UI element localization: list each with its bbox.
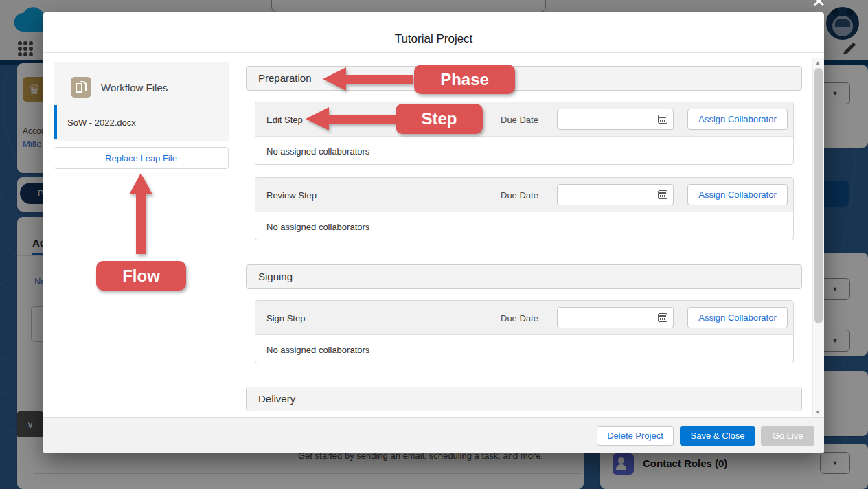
- file-icon: [71, 77, 91, 98]
- due-date-label: Due Date: [501, 115, 538, 125]
- calendar-icon[interactable]: [658, 313, 667, 322]
- scroll-down-icon[interactable]: ▼: [815, 409, 821, 416]
- no-collaborators-text: No assigned collaborators: [266, 345, 369, 355]
- step-card-review: Review Step Due Date Assign Collaborator…: [255, 177, 794, 240]
- scrollbar-thumb[interactable]: [814, 68, 823, 323]
- selected-file-indicator: [54, 105, 57, 139]
- replace-leap-file-button[interactable]: Replace Leap File: [54, 147, 229, 169]
- modal-scrollbar[interactable]: ▲ ▼: [812, 58, 824, 417]
- go-live-button[interactable]: Go Live: [761, 426, 814, 446]
- step-name: Edit Step: [266, 115, 303, 125]
- calendar-icon[interactable]: [658, 115, 667, 124]
- workflow-files-panel: Workflow Files SoW - 2022.docx: [54, 62, 229, 141]
- due-date-input[interactable]: [557, 307, 674, 328]
- annotation-arrow-flow: [129, 173, 152, 254]
- step-header: Review Step Due Date Assign Collaborator: [255, 178, 793, 212]
- due-date-input[interactable]: [557, 109, 674, 130]
- scroll-up-icon[interactable]: ▲: [815, 60, 821, 66]
- due-date-field[interactable]: [557, 109, 674, 130]
- due-date-label: Due Date: [501, 190, 538, 201]
- phase-header-signing: Signing: [246, 264, 802, 289]
- due-date-input[interactable]: [557, 184, 674, 205]
- file-name: SoW - 2022.docx: [67, 117, 136, 128]
- annotation-label-flow: Flow: [96, 261, 186, 291]
- step-card-sign: Sign Step Due Date Assign Collaborator N…: [255, 300, 794, 363]
- no-collaborators-text: No assigned collaborators: [266, 222, 369, 232]
- step-name: Sign Step: [266, 313, 305, 323]
- annotation-label-step: Step: [396, 104, 483, 134]
- due-date-label: Due Date: [501, 313, 538, 323]
- assign-collaborator-button[interactable]: Assign Collaborator: [687, 109, 788, 130]
- due-date-field[interactable]: [557, 307, 674, 328]
- due-date-field[interactable]: [557, 184, 674, 205]
- modal-header: Tutorial Project: [43, 12, 824, 53]
- workflow-file-item[interactable]: SoW - 2022.docx: [54, 105, 229, 139]
- modal-footer: Delete Project Save & Close Go Live: [43, 417, 824, 453]
- close-icon[interactable]: [810, 0, 827, 9]
- assign-collaborator-button[interactable]: Assign Collaborator: [687, 184, 788, 205]
- assign-collaborator-button[interactable]: Assign Collaborator: [687, 307, 788, 328]
- modal-title: Tutorial Project: [395, 32, 473, 46]
- calendar-icon[interactable]: [658, 190, 667, 199]
- save-close-button[interactable]: Save & Close: [680, 426, 755, 446]
- annotation-label-phase: Phase: [414, 65, 515, 94]
- phase-header-delivery: Delivery: [246, 387, 802, 411]
- delete-project-button[interactable]: Delete Project: [597, 426, 674, 446]
- workflow-files-title: Workflow Files: [101, 82, 168, 93]
- screen: ♛ Accou Milto P Act Ne ∨ Get started by …: [0, 0, 868, 489]
- step-header: Sign Step Due Date Assign Collaborator: [255, 301, 793, 335]
- no-collaborators-text: No assigned collaborators: [266, 146, 369, 157]
- step-name: Review Step: [266, 190, 317, 201]
- annotation-arrow-step: [306, 107, 396, 131]
- annotation-arrow-phase: [323, 67, 414, 91]
